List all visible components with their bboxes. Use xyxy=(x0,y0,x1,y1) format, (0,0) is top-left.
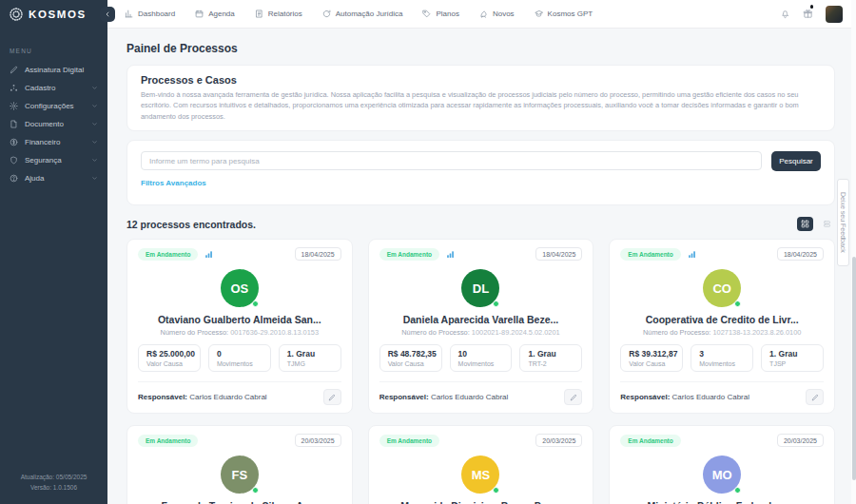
page-title: Painel de Processos xyxy=(126,42,835,55)
pencil-icon xyxy=(811,394,819,401)
stat-label: TRT-2 xyxy=(528,360,574,367)
tag-icon xyxy=(422,10,431,18)
avatar-initials: MS xyxy=(472,468,491,482)
stat-value: 1. Grau xyxy=(769,349,815,359)
stat-box: 3 Movimentos xyxy=(691,344,753,372)
process-name: Cooperativa de Credito de Livr... xyxy=(620,314,824,325)
status-badge: Em Andamento xyxy=(379,435,439,447)
process-number-label: Número do Processo: xyxy=(161,328,228,337)
sidebar-menu-item[interactable]: Configurações xyxy=(0,97,107,115)
responsible-label: Responsável: xyxy=(620,393,670,401)
presence-dot xyxy=(252,487,259,494)
process-name: Fernanda Targino da Silva x An... xyxy=(138,500,341,504)
presence-dot xyxy=(734,300,741,307)
stat-label: Movimentos xyxy=(699,360,745,367)
list-view-button[interactable] xyxy=(819,217,835,231)
signal-bars-icon xyxy=(688,250,696,259)
advanced-filters-link[interactable]: Filtros Avançados xyxy=(141,179,206,187)
presence-dot xyxy=(734,487,741,494)
search-input[interactable] xyxy=(141,151,762,170)
avatar-initials: FS xyxy=(232,468,248,482)
search-button[interactable]: Pesquisar xyxy=(771,151,821,171)
stat-box: 0 Movimentos xyxy=(208,344,271,372)
process-card[interactable]: Em Andamento 20/03/2025 FS Fernanda Targ… xyxy=(126,425,353,504)
card-date-badge: 20/03/2025 xyxy=(777,434,824,447)
whats-new-gift-button[interactable] xyxy=(803,9,813,19)
gift-icon xyxy=(803,9,813,19)
edit-responsible-button[interactable] xyxy=(323,389,341,405)
stat-label: TJSP xyxy=(769,360,815,367)
app-logo[interactable]: KOSMOS xyxy=(0,0,107,29)
topnav-item[interactable]: Kosmos GPT xyxy=(535,10,593,18)
process-number-value: 0017636-29.2010.8.13.0153 xyxy=(230,328,319,337)
calendar-icon xyxy=(195,10,204,18)
gear-icon xyxy=(10,102,18,110)
responsible-label: Responsável: xyxy=(138,393,187,401)
process-card[interactable]: Em Andamento 18/04/2025 CO Cooperativa d… xyxy=(609,239,835,414)
responsible-label: Responsável: xyxy=(379,393,429,401)
status-badge: Em Andamento xyxy=(138,435,198,447)
sidebar-item-label: Ajuda xyxy=(25,174,44,183)
grid-icon xyxy=(801,220,809,228)
stat-label: Movimentos xyxy=(458,360,504,367)
stat-box: 1. Grau TJMG xyxy=(279,344,341,372)
sidebar-item-label: Cadastro xyxy=(25,84,55,92)
edit-responsible-button[interactable] xyxy=(806,389,824,405)
stat-label: Movimentos xyxy=(217,360,263,367)
sidebar-item-label: Configurações xyxy=(25,102,74,110)
card-date-badge: 18/04/2025 xyxy=(535,247,582,261)
grid-view-button[interactable] xyxy=(797,217,813,231)
scrollbar-thumb[interactable] xyxy=(852,257,856,480)
section-title: Processos e Casos xyxy=(141,74,821,86)
sidebar-menu-item[interactable]: Ajuda xyxy=(0,169,107,187)
document-icon xyxy=(10,120,18,128)
topnav-item[interactable]: Relatórios xyxy=(255,10,302,18)
sidebar-item-label: Segurança xyxy=(25,156,62,165)
brand-name: KOSMOS xyxy=(29,9,87,20)
topnav-item[interactable]: Agenda xyxy=(195,10,235,18)
process-name: Margarida Dionizio x Banco Pan... xyxy=(379,500,583,504)
view-toggle xyxy=(797,217,835,231)
topnav-item[interactable]: Planos xyxy=(422,10,458,18)
signal-bars-icon xyxy=(204,250,213,259)
sidebar-menu: Assinatura Digital Cadastro Configuraçõe… xyxy=(0,61,107,187)
topnav-right xyxy=(780,6,843,23)
sidebar-menu-item[interactable]: Financeiro xyxy=(0,133,107,151)
process-avatar: MO xyxy=(703,456,741,494)
topnav-item[interactable]: Novos xyxy=(479,10,515,18)
process-avatar: OS xyxy=(221,269,259,307)
sidebar-footer: Atualização: 05/05/2025 Versão: 1.0.1506 xyxy=(0,462,107,504)
stat-label: Valor Causa xyxy=(388,360,434,367)
section-description: Bem-vindo à nossa avançada ferramenta de… xyxy=(141,89,821,122)
user-avatar[interactable] xyxy=(826,6,843,23)
chevron-down-icon xyxy=(91,103,98,109)
edit-responsible-button[interactable] xyxy=(564,389,582,405)
process-card[interactable]: Em Andamento 18/04/2025 DL Daniela Apare… xyxy=(368,239,594,414)
sidebar-menu-item[interactable]: Segurança xyxy=(0,151,107,169)
rocket-icon xyxy=(479,10,488,18)
sidebar-item-label: Documento xyxy=(25,120,64,128)
status-badge: Em Andamento xyxy=(620,248,680,261)
status-badge: Em Andamento xyxy=(379,248,439,261)
stat-box: 1. Grau TJSP xyxy=(761,344,824,372)
topnav-item[interactable]: Dashboard xyxy=(125,10,175,18)
stat-value: 1. Grau xyxy=(528,349,574,359)
last-update-text: Atualização: 05/05/2025 xyxy=(4,472,104,482)
menu-section-label: MENU xyxy=(0,29,107,61)
process-card[interactable]: Em Andamento 18/04/2025 OS Otaviano Gual… xyxy=(126,239,353,414)
feedback-tab[interactable]: Deixe seu Feedback xyxy=(837,179,849,266)
process-number-value: 1027138-13.2023.8.26.0100 xyxy=(712,328,801,337)
sidebar-menu-item[interactable]: Assinatura Digital xyxy=(0,61,107,79)
sidebar-menu-item[interactable]: Cadastro xyxy=(0,79,107,97)
process-card[interactable]: Em Andamento 20/03/2025 MS Margarida Dio… xyxy=(368,425,594,504)
stat-value: 10 xyxy=(458,349,504,359)
signal-bars-icon xyxy=(446,250,455,259)
sidebar-menu-item[interactable]: Documento xyxy=(0,115,107,133)
notifications-bell-button[interactable] xyxy=(780,9,790,19)
topnav-item[interactable]: Automação Jurídica xyxy=(322,10,403,18)
process-card[interactable]: Em Andamento 20/03/2025 MO Ministério Pú… xyxy=(609,425,835,504)
sidebar-collapse-button[interactable] xyxy=(100,7,115,22)
topnav-item-label: Kosmos GPT xyxy=(548,10,593,18)
topnav-item-label: Automação Jurídica xyxy=(336,10,403,18)
report-icon xyxy=(255,10,263,18)
